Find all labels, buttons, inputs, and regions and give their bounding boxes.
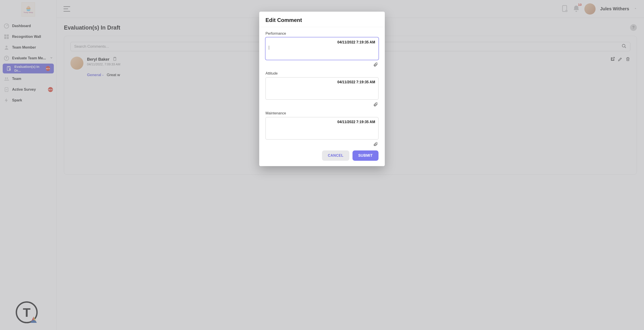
performance-timestamp: 04/11/2022 7:19:35 AM [269, 40, 375, 44]
modal-body: Performance 04/11/2022 7:19:35 AM Attitu… [259, 27, 385, 146]
attach-row [266, 100, 378, 109]
cancel-button[interactable]: CANCEL [322, 151, 349, 161]
paperclip-icon[interactable] [373, 62, 378, 68]
section-label-performance: Performance [266, 31, 378, 36]
attitude-field[interactable]: 04/11/2022 7:19:35 AM [266, 77, 378, 100]
paperclip-icon[interactable] [373, 142, 378, 146]
maintenance-timestamp: 04/11/2022 7:19:35 AM [269, 120, 375, 124]
attach-row [266, 140, 378, 146]
modal-overlay[interactable]: Edit Comment Performance 04/11/2022 7:19… [0, 0, 644, 330]
modal-title: Edit Comment [266, 17, 378, 23]
attach-row [266, 60, 378, 69]
submit-button[interactable]: SUBMIT [352, 151, 378, 161]
modal-header: Edit Comment [259, 12, 385, 27]
maintenance-field[interactable]: 04/11/2022 7:19:35 AM [266, 117, 378, 140]
paperclip-icon[interactable] [373, 102, 378, 108]
modal-footer: CANCEL SUBMIT [259, 146, 385, 166]
attitude-timestamp: 04/11/2022 7:19:35 AM [269, 80, 375, 84]
section-label-maintenance: Maintenance [266, 111, 378, 115]
edit-comment-modal: Edit Comment Performance 04/11/2022 7:19… [259, 12, 385, 166]
performance-field[interactable]: 04/11/2022 7:19:35 AM [266, 37, 378, 60]
section-label-attitude: Attitude [266, 71, 378, 75]
text-cursor [269, 46, 269, 50]
